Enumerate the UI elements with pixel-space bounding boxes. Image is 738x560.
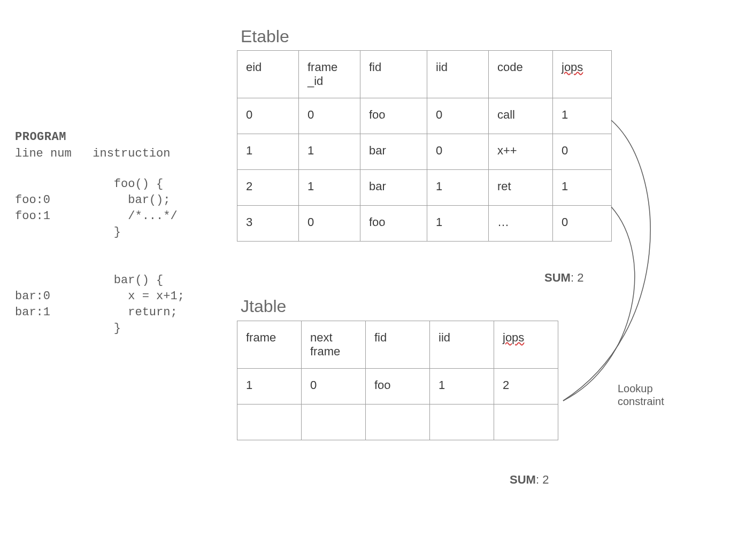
table-row: 3 0 foo 1 … 0 xyxy=(237,206,612,242)
jtable-h-jops: jops xyxy=(494,321,558,369)
jtable-h-fid: fid xyxy=(366,321,430,369)
etable-h-code: code xyxy=(489,51,553,98)
etable-h-jops: jops xyxy=(553,51,612,98)
etable-h-iid: iid xyxy=(427,51,489,98)
etable-h-fid: fid xyxy=(360,51,427,98)
table-row: 2 1 bar 1 ret 1 xyxy=(237,170,612,206)
jtable-h-iid: iid xyxy=(430,321,494,369)
program-heading: PROGRAM xyxy=(15,130,184,144)
etable-title: Etable xyxy=(241,27,289,46)
table-row: 1 0 foo 1 2 xyxy=(237,369,558,405)
table-row xyxy=(237,405,558,440)
program-listing: PROGRAM line num instruction foo() { foo… xyxy=(15,130,184,337)
etable-sum: SUM: 2 xyxy=(544,271,583,285)
jtable: frame nextframe fid iid jops 1 0 foo 1 2 xyxy=(237,321,558,440)
table-row: 1 1 bar 0 x++ 0 xyxy=(237,134,612,170)
jtable-h-next-frame: nextframe xyxy=(302,321,366,369)
etable-h-eid: eid xyxy=(237,51,299,98)
program-columns: line num instruction xyxy=(15,147,184,160)
program-body: foo() { foo:0 bar(); foo:1 /*...*/ } bar… xyxy=(15,176,184,337)
jtable-sum: SUM: 2 xyxy=(510,473,549,487)
table-row: 0 0 foo 0 call 1 xyxy=(237,98,612,134)
lookup-constraint-label: Lookup constraint xyxy=(618,382,664,408)
table-header: eid frame_id fid iid code jops xyxy=(237,51,612,98)
etable: eid frame_id fid iid code jops 0 0 foo 0… xyxy=(237,50,612,242)
table-header: frame nextframe fid iid jops xyxy=(237,321,558,369)
etable-h-frame-id: frame_id xyxy=(299,51,360,98)
jtable-h-frame: frame xyxy=(237,321,302,369)
jtable-title: Jtable xyxy=(241,297,286,316)
